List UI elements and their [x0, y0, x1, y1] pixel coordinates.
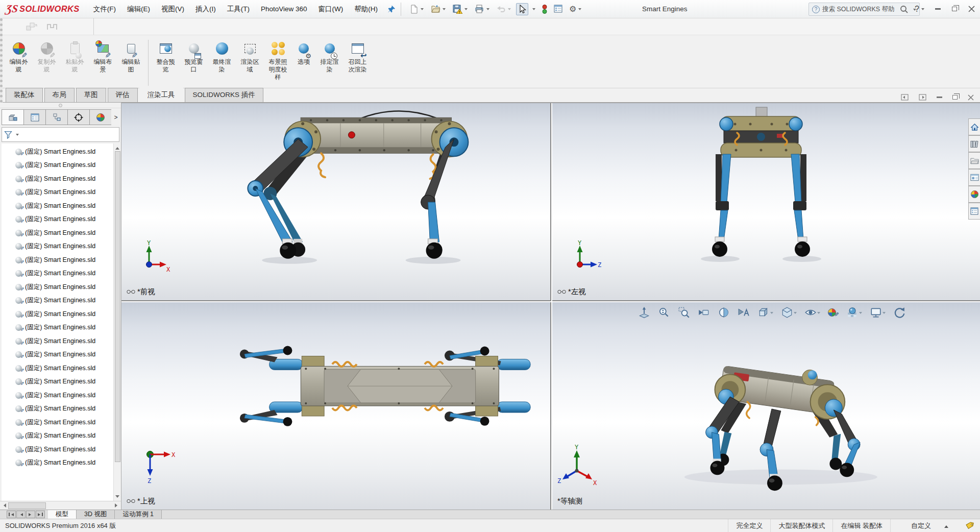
- tree-item-component[interactable]: ✎ (固定) Smart Engines.sld: [2, 348, 121, 362]
- tree-item-component[interactable]: ✎ (固定) Smart Engines.sld: [2, 267, 121, 281]
- previous-tab-button[interactable]: [16, 511, 26, 518]
- viewport-front[interactable]: Y X *前视: [121, 103, 551, 301]
- dropdown-arrow-icon[interactable]: [578, 8, 581, 12]
- tree-item-component[interactable]: ✎ (固定) Smart Engines.sld: [2, 159, 121, 173]
- tab-layout[interactable]: 布局: [44, 88, 75, 102]
- new-document-button[interactable]: [407, 3, 427, 15]
- select-tool-button[interactable]: [516, 3, 528, 15]
- menu-file[interactable]: 文件(F): [88, 0, 121, 18]
- scroll-left-button[interactable]: [0, 502, 8, 510]
- options-button[interactable]: ⚙: [567, 3, 584, 15]
- menu-insert[interactable]: 插入(I): [190, 0, 222, 18]
- dropdown-arrow-icon[interactable]: [794, 312, 797, 316]
- view-annotations-button[interactable]: [736, 305, 751, 320]
- scroll-down-button[interactable]: [114, 494, 121, 501]
- tab-assembly[interactable]: 装配体: [6, 88, 43, 102]
- recall-last-render-button[interactable]: ↩ 召回上次渲染: [344, 38, 372, 74]
- tree-horizontal-scrollbar[interactable]: [0, 501, 121, 510]
- tree-item-component[interactable]: ✎ (固定) Smart Engines.sld: [2, 253, 121, 267]
- open-document-button[interactable]: [429, 3, 449, 15]
- tab-display-manager[interactable]: [89, 109, 111, 125]
- help-search-box[interactable]: ? 搜索 SOLIDWORKS 帮助: [808, 3, 920, 16]
- tree-item-component[interactable]: ✎ (固定) Smart Engines.sld: [2, 213, 121, 227]
- dropdown-arrow-icon[interactable]: [883, 312, 886, 316]
- next-tab-button[interactable]: [26, 511, 35, 518]
- dropdown-arrow-icon[interactable]: [464, 8, 468, 12]
- tree-item-component[interactable]: ✎ (固定) Smart Engines.sld: [2, 375, 121, 389]
- tree-item-component[interactable]: ✎ (固定) Smart Engines.sld: [2, 307, 121, 321]
- tree-item-component[interactable]: ✎ (固定) Smart Engines.sld: [2, 456, 121, 470]
- dropdown-arrow-icon[interactable]: [16, 134, 19, 137]
- dropdown-arrow-icon[interactable]: [421, 8, 424, 12]
- scroll-up-button[interactable]: [114, 143, 121, 151]
- schedule-render-button[interactable]: 排定渲染: [315, 38, 344, 74]
- tab-dimxpert-manager[interactable]: [67, 109, 89, 125]
- menu-edit[interactable]: 编辑(E): [121, 0, 156, 18]
- tree-item-component[interactable]: ✎ (固定) Smart Engines.sld: [2, 443, 121, 456]
- tree-item-component[interactable]: ✎ (固定) Smart Engines.sld: [2, 416, 121, 429]
- render-options-button[interactable]: ⚙ 选项: [292, 38, 315, 66]
- print-button[interactable]: [473, 3, 493, 15]
- tree-item-component[interactable]: ✎ (固定) Smart Engines.sld: [2, 321, 121, 335]
- dropdown-arrow-icon[interactable]: [859, 312, 862, 316]
- triangle-up-icon[interactable]: [944, 523, 948, 528]
- menu-window[interactable]: 窗口(W): [313, 0, 349, 18]
- zoom-to-area-button[interactable]: [676, 305, 692, 320]
- help-button[interactable]: ?: [915, 5, 925, 14]
- first-tab-button[interactable]: [7, 511, 16, 518]
- pane-right-icon[interactable]: [919, 94, 926, 101]
- display-style-button[interactable]: [779, 305, 798, 320]
- doc-restore-icon[interactable]: [952, 95, 958, 100]
- doc-close-icon[interactable]: [968, 94, 974, 101]
- edit-appearance-hud-button[interactable]: ✎: [826, 307, 840, 319]
- scrollbar-thumb[interactable]: [115, 151, 120, 462]
- tab-custom-properties[interactable]: [968, 203, 980, 220]
- tab-render-tools[interactable]: 渲染工具: [139, 88, 183, 102]
- section-view-button[interactable]: [716, 305, 731, 320]
- edit-decal-button[interactable]: ✎ 编辑贴图: [117, 38, 145, 74]
- viewport-left[interactable]: Y Z *左视: [552, 103, 980, 301]
- hide-show-items-button[interactable]: [803, 305, 822, 320]
- search-icon[interactable]: [900, 5, 909, 14]
- save-button[interactable]: [451, 3, 471, 15]
- tree-item-component[interactable]: ✎ (固定) Smart Engines.sld: [2, 429, 121, 443]
- menu-photoview360[interactable]: PhotoView 360: [255, 0, 313, 18]
- view-orientation-button[interactable]: [756, 305, 775, 320]
- tree-item-component[interactable]: ✎ (固定) Smart Engines.sld: [2, 389, 121, 402]
- pane-left-icon[interactable]: [901, 94, 909, 101]
- dropdown-arrow-icon[interactable]: [770, 312, 773, 316]
- tree-item-component[interactable]: ✎ (固定) Smart Engines.sld: [2, 361, 121, 375]
- scrollbar-thumb[interactable]: [8, 502, 46, 509]
- panel-tabs-overflow-button[interactable]: >: [111, 109, 120, 125]
- tab-view-palette[interactable]: [968, 169, 980, 186]
- final-render-button[interactable]: 最终渲染: [208, 38, 236, 74]
- doc-minimize-icon[interactable]: [937, 96, 942, 98]
- restore-button[interactable]: [950, 5, 959, 14]
- tab-solidworks-addins[interactable]: SOLIDWORKS 插件: [185, 88, 263, 102]
- tree-item-component[interactable]: ✎ (固定) Smart Engines.sld: [2, 145, 121, 159]
- dropdown-arrow-icon[interactable]: [532, 8, 535, 12]
- interference-check-button[interactable]: [540, 3, 550, 15]
- menu-view[interactable]: 视图(V): [156, 0, 190, 18]
- tab-property-manager[interactable]: [23, 109, 45, 125]
- tab-feature-tree[interactable]: [2, 109, 23, 125]
- tree-item-component[interactable]: ✎ (固定) Smart Engines.sld: [2, 294, 121, 308]
- viewport-top[interactable]: X Z *上视: [121, 302, 551, 510]
- zoom-to-fit-button[interactable]: [636, 305, 652, 320]
- tab-solidworks-resources[interactable]: [968, 118, 980, 135]
- last-tab-button[interactable]: [36, 511, 45, 518]
- close-button[interactable]: [967, 5, 976, 14]
- tree-item-component[interactable]: ✎ (固定) Smart Engines.sld: [2, 240, 121, 254]
- tab-evaluate[interactable]: 评估: [108, 88, 138, 102]
- previous-view-button[interactable]: [696, 305, 712, 320]
- scroll-right-button[interactable]: [113, 502, 121, 510]
- tree-item-component[interactable]: ✎ (固定) Smart Engines.sld: [2, 226, 121, 240]
- preview-window-button[interactable]: 预览窗口: [180, 38, 208, 74]
- tab-motion-study-1[interactable]: 运动算例 1: [115, 510, 161, 519]
- tag-button[interactable]: [962, 522, 975, 529]
- tree-vertical-scrollbar[interactable]: [113, 143, 121, 501]
- pin-menu-button[interactable]: [387, 5, 396, 13]
- tree-filter-row[interactable]: [2, 127, 119, 142]
- edit-scene-button[interactable]: ✎ 编辑布景: [89, 38, 117, 74]
- menu-tools[interactable]: 工具(T): [222, 0, 255, 18]
